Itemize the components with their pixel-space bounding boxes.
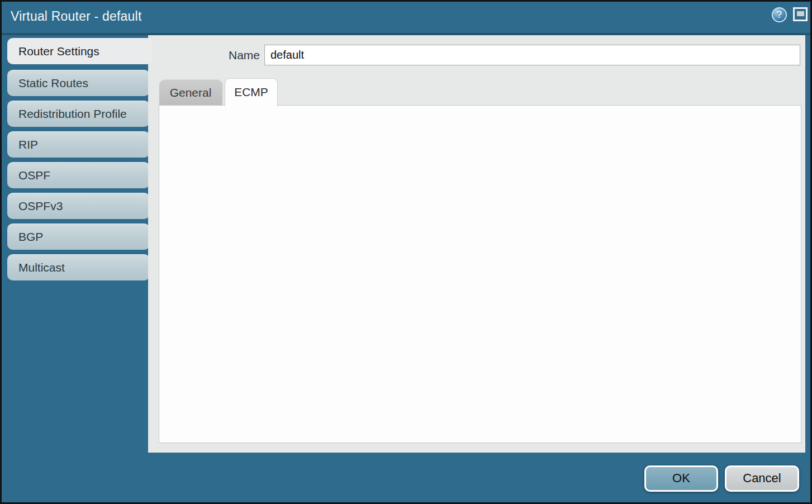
sidebar-item-ospf[interactable]: OSPF [7,162,150,188]
tab-ecmp[interactable]: ECMP [225,78,278,106]
minimize-icon[interactable] [793,7,808,21]
minimize-glyph [797,11,804,16]
virtual-router-dialog: Virtual Router - default ? Router Settin… [0,0,812,504]
sidebar-item-bgp[interactable]: BGP [7,224,150,250]
cancel-button[interactable]: Cancel [725,465,799,492]
sidebar-item-redistribution-profile[interactable]: Redistribution Profile [7,101,150,127]
ok-button[interactable]: OK [644,465,718,492]
help-glyph: ? [776,9,782,21]
sidebar-item-static-routes[interactable]: Static Routes [7,70,150,96]
titlebar: Virtual Router - default ? [2,2,810,33]
name-input[interactable] [264,45,800,65]
name-label: Name [210,49,260,62]
sidebar-item-router-settings[interactable]: Router Settings [7,38,153,64]
sidebar-item-ospfv3[interactable]: OSPFv3 [7,193,150,219]
tab-general[interactable]: General [159,80,222,106]
sidebar-item-multicast[interactable]: Multicast [7,254,150,280]
ecmp-tab-panel [159,105,801,443]
help-icon[interactable]: ? [772,7,787,22]
sidebar-item-rip[interactable]: RIP [7,131,150,158]
dialog-title: Virtual Router - default [11,9,142,24]
